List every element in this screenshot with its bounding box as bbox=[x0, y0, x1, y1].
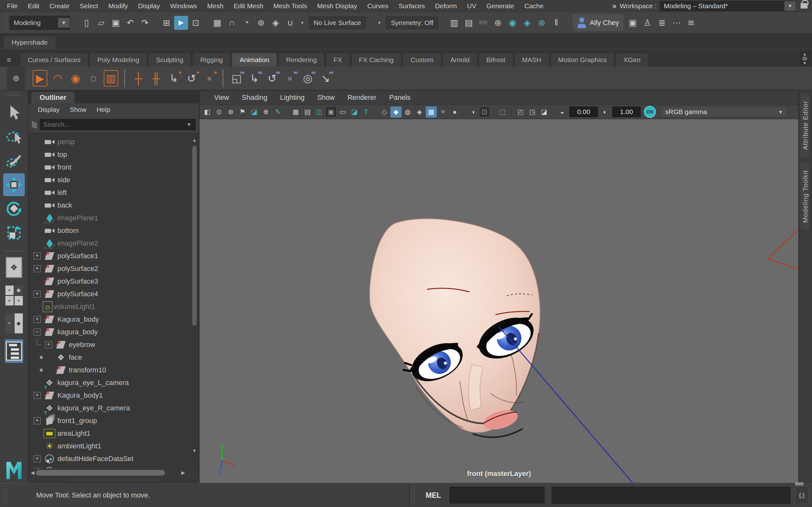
outliner-item-left[interactable]: left bbox=[28, 186, 199, 199]
set-key-icon[interactable]: ◉ bbox=[67, 69, 84, 88]
expander-front1-group[interactable]: + bbox=[32, 417, 43, 424]
safe-title-icon[interactable]: ◪ bbox=[349, 107, 360, 118]
outliner-item-front1-group[interactable]: +front1_group bbox=[28, 414, 199, 427]
shelf-tab-motion-graphics[interactable]: Motion Graphics bbox=[550, 53, 615, 66]
expand-plus-icon[interactable]: + bbox=[34, 392, 41, 399]
grease-pencil-icon[interactable]: ✎ bbox=[272, 107, 283, 118]
scale-key-icon[interactable]: ▫+ bbox=[201, 69, 218, 88]
expand-plus-icon[interactable]: + bbox=[34, 291, 41, 297]
snap-more-arrow-icon[interactable]: ▼ bbox=[300, 20, 305, 25]
outliner-item-face[interactable]: face bbox=[28, 351, 199, 364]
shelf-tab-custom[interactable]: Custom bbox=[403, 53, 441, 66]
film-gate-icon[interactable]: ▤ bbox=[302, 107, 313, 118]
outliner-item-back[interactable]: back bbox=[28, 199, 199, 212]
set-breakdown-icon[interactable]: ◌ bbox=[85, 69, 102, 88]
viewport-canvas[interactable]: y x z front (masterLayer) bbox=[200, 119, 798, 483]
shelf-tab-rigging[interactable]: Rigging bbox=[192, 53, 231, 66]
command-language-label[interactable]: MEL bbox=[426, 491, 441, 500]
live-surface-field[interactable]: No Live Surface bbox=[309, 16, 366, 29]
workspace-select[interactable]: Modeling – Standard* ▼ bbox=[660, 1, 796, 11]
shelf-tab-mash[interactable]: MASH bbox=[514, 53, 549, 66]
shelf-menu-icon[interactable]: ≡ bbox=[3, 54, 15, 66]
gate-mask-icon[interactable]: ▣ bbox=[325, 107, 337, 118]
menu-cache[interactable]: Cache bbox=[519, 2, 549, 10]
shaded-icon[interactable]: ◆ bbox=[391, 107, 402, 118]
menu-set-arrow-icon[interactable]: ▼ bbox=[58, 18, 69, 27]
textured-icon[interactable]: ▩ bbox=[426, 107, 437, 118]
timeslider-bookmark-icon[interactable]: ▥ bbox=[104, 70, 118, 87]
shelf-tab-sculpting[interactable]: Sculpting bbox=[148, 53, 191, 66]
outliner-item-bottom[interactable]: bottom bbox=[28, 224, 199, 237]
menu-create[interactable]: Create bbox=[44, 2, 74, 10]
set-key-translate-icon[interactable]: ┼ bbox=[130, 69, 147, 88]
menu-edit[interactable]: Edit bbox=[23, 2, 44, 10]
menu-surfaces[interactable]: Surfaces bbox=[394, 2, 430, 10]
outliner-item-defaulthidefacedataset[interactable]: +defaultHideFaceDataSet bbox=[28, 452, 199, 465]
expand-plus-icon[interactable]: + bbox=[34, 265, 41, 272]
user-account-chip[interactable]: Ally Chey bbox=[572, 14, 623, 31]
separate-layers-icon[interactable]: ◰ bbox=[515, 107, 526, 118]
menu-mesh[interactable]: Mesh bbox=[202, 2, 229, 10]
expander-eyebrow[interactable]: + bbox=[43, 341, 54, 348]
select-tool[interactable] bbox=[3, 101, 25, 124]
outliner-item-persp[interactable]: persp bbox=[28, 135, 199, 148]
viewport-menu-renderer[interactable]: Renderer bbox=[341, 94, 383, 102]
select-hierarchy-icon[interactable]: ⊞ bbox=[159, 16, 173, 30]
redo-icon[interactable]: ↷ bbox=[138, 16, 152, 30]
image-plane-icon[interactable]: ◪ bbox=[249, 107, 260, 118]
set-key-rotate-icon[interactable]: ╫ bbox=[148, 69, 165, 88]
snap-curve-icon[interactable]: ∩ bbox=[225, 16, 239, 30]
new-scene-icon[interactable]: ▯ bbox=[80, 16, 94, 30]
resolution-gate-icon[interactable]: ◫ bbox=[314, 107, 325, 118]
colorspace-arrow-icon[interactable]: ▼ bbox=[774, 109, 787, 115]
expand-minus-icon[interactable]: − bbox=[34, 329, 41, 336]
outliner-persp-layout[interactable] bbox=[5, 339, 23, 363]
move-tool[interactable] bbox=[3, 173, 25, 196]
outliner-menu-display[interactable]: Display bbox=[33, 106, 65, 113]
rotate-key-icon[interactable]: ↺+ bbox=[183, 69, 200, 88]
outliner-item-transform10[interactable]: transform10 bbox=[28, 364, 199, 377]
motion-trail-icon[interactable]: ◠ bbox=[49, 69, 66, 88]
paint-select-tool[interactable] bbox=[3, 149, 25, 172]
menu-edit-mesh[interactable]: Edit Mesh bbox=[229, 2, 268, 10]
expand-plus-icon[interactable]: + bbox=[34, 417, 41, 424]
menu-display[interactable]: Display bbox=[133, 2, 165, 10]
paint-effects-icon[interactable]: ⊛ bbox=[535, 16, 549, 30]
field-chart-icon[interactable]: T bbox=[361, 107, 372, 118]
workspace-chevron-icon[interactable]: » bbox=[612, 2, 616, 10]
grid-icon[interactable]: ▦ bbox=[290, 107, 301, 118]
viewport-menu-panels[interactable]: Panels bbox=[383, 94, 417, 102]
viewport-menu-show[interactable]: Show bbox=[311, 94, 341, 102]
menu-file[interactable]: File bbox=[2, 2, 23, 10]
expander-kagura-body1[interactable]: + bbox=[32, 392, 43, 399]
aim-constraint-icon[interactable]: ◎∞ bbox=[299, 69, 316, 88]
gamma-on-toggle[interactable]: ON bbox=[644, 106, 656, 118]
snapshot-icon[interactable]: ◪ bbox=[539, 107, 550, 118]
render-settings-icon[interactable]: ⊛ bbox=[491, 16, 505, 30]
shadows-icon[interactable]: ● bbox=[449, 107, 460, 118]
outliner-resize-grip[interactable] bbox=[28, 477, 199, 483]
outliner-item-polysurface1[interactable]: +polySurface1 bbox=[28, 250, 199, 262]
use-all-lights-icon[interactable]: ✧ bbox=[438, 107, 449, 118]
camera-attributes-icon[interactable]: ⊛ bbox=[225, 107, 236, 118]
pan-zoom-icon[interactable]: ⊕ bbox=[260, 107, 271, 118]
menu-deform[interactable]: Deform bbox=[430, 2, 462, 10]
shelf-tab-arnold[interactable]: Arnold bbox=[443, 53, 478, 66]
outliner-item-volumelight1[interactable]: volumeLight1 bbox=[28, 300, 199, 313]
outliner-item-kagura-eye-l-camera[interactable]: Tkagura_eye_L_camera bbox=[28, 377, 199, 389]
shelf-tab-fx-caching[interactable]: FX Caching bbox=[351, 53, 402, 66]
snap-view-plane-icon[interactable]: ◈ bbox=[269, 16, 283, 30]
tab-outliner[interactable]: Outliner bbox=[32, 92, 74, 103]
outliner-menu-show[interactable]: Show bbox=[65, 106, 92, 113]
make-live-icon[interactable]: ∪ bbox=[283, 16, 297, 30]
render-setup-icon[interactable]: ◉ bbox=[506, 16, 519, 30]
orient-constraint-icon[interactable]: ↺∞ bbox=[264, 69, 281, 88]
viewport-menu-lighting[interactable]: Lighting bbox=[274, 94, 311, 102]
shelf-scroll-up-icon[interactable]: ▲ bbox=[803, 52, 807, 56]
shelf-scroll-knob[interactable] bbox=[802, 56, 807, 61]
two-pane-layout[interactable]: +◆ bbox=[5, 312, 23, 335]
point-constraint-icon[interactable]: ↳∞ bbox=[246, 69, 263, 88]
scale-tool[interactable] bbox=[3, 222, 25, 244]
expand-plus-icon[interactable]: + bbox=[34, 316, 41, 323]
tab-hypershade[interactable]: Hypershade bbox=[3, 36, 56, 49]
